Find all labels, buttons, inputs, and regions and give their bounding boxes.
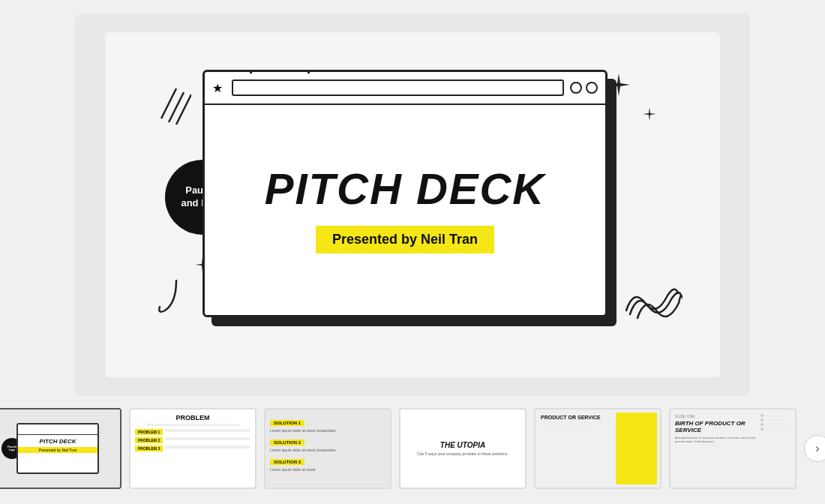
browser-body: PITCH DECK Presented by Neil Tran — [205, 105, 605, 315]
thumb-5-right — [616, 412, 657, 484]
thumbnail-1[interactable]: PaucekLage PITCH DECK Presented by Neil … — [0, 408, 122, 489]
thumb-6-dot-1 — [760, 414, 764, 417]
thumb-1-browser: PITCH DECK Presented by Neil Tran — [16, 423, 99, 474]
thumbnail-strip: PaucekLage PITCH DECK Presented by Neil … — [0, 408, 825, 489]
thumb-2-badge-3: PROBLEM 3 — [135, 446, 163, 452]
thumb-5-line-1 — [541, 422, 610, 424]
thumb-1-title: PITCH DECK — [18, 438, 98, 445]
browser-doodle-container: Paucek and Lage ★ P — [202, 70, 622, 340]
thumb-2-line-1 — [165, 429, 250, 432]
thumb-6-label: SLIDE ONE — [675, 414, 758, 418]
browser-topbar: ★ — [205, 72, 605, 105]
thumb-2-line-3 — [165, 446, 250, 448]
thumb-6-dot-row-3 — [760, 423, 790, 426]
svg-marker-4 — [643, 107, 656, 121]
thumb-2-badge-2: PROBLEM 2 — [135, 437, 163, 443]
thumb-2-line-2 — [165, 437, 250, 440]
browser-tab — [250, 70, 310, 74]
deco-sparkle-small-right — [643, 107, 656, 124]
deco-hook — [154, 273, 199, 321]
address-bar — [232, 80, 564, 96]
browser-frame: ★ PITCH DECK Presented by Neil Tran — [202, 70, 608, 317]
next-button[interactable]: › — [804, 435, 825, 462]
thumbnail-2[interactable]: PROBLEM PROBLEM 1 PROBLEM 2 PROBLEM 3 — [129, 408, 256, 489]
thumb-5-inner: PRODUCT OR SERVICE — [536, 410, 660, 488]
thumb-2-row-3: PROBLEM 3 — [135, 446, 250, 452]
browser-circles — [570, 82, 598, 94]
slide-content: Paucek and Lage ★ P — [105, 32, 720, 377]
thumb-6-text: A simple timeline on how your product or… — [675, 436, 758, 443]
thumbnail-6[interactable]: SLIDE ONE BIRTH OF PRODUCT OR SERVICE A … — [669, 408, 796, 489]
thumb-6-left: SLIDE ONE BIRTH OF PRODUCT OR SERVICE A … — [675, 414, 758, 483]
svg-line-0 — [161, 88, 176, 118]
thumb-3-text-3: Lorem ipsum dolor sit amet — [270, 467, 386, 472]
thumb-4-title: THE UTOPIA — [440, 441, 485, 449]
thumb-3-text-1: Lorem ipsum dolor sit amet consectetur — [270, 428, 386, 434]
thumb-3-inner: SOLUTION 1 Lorem ipsum dolor sit amet co… — [266, 410, 390, 488]
svg-line-1 — [169, 92, 184, 122]
thumb-5-left: PRODUCT OR SERVICE — [538, 412, 613, 484]
thumbnail-4[interactable]: THE UTOPIA Can 5 ways your company provi… — [399, 408, 526, 489]
subtitle-badge: Presented by Neil Tran — [316, 226, 494, 254]
thumb-3-text-2: Lorem ipsum dolor sit amet consectetur — [270, 448, 386, 453]
thumb-1-browser-top — [18, 424, 98, 435]
deco-curl — [622, 284, 682, 325]
thumb-2-row-1: PROBLEM 1 — [135, 429, 250, 435]
thumb-6-dot-line-1 — [765, 415, 790, 416]
thumb-6-dot-line-2 — [765, 419, 790, 421]
thumb-5-title: PRODUCT OR SERVICE — [541, 415, 610, 420]
thumb-2-row-2: PROBLEM 2 — [135, 437, 250, 443]
circle-1 — [570, 82, 582, 94]
thumb-6-dot-2 — [760, 418, 764, 422]
thumb-3-badge-2: SOLUTION 2 — [270, 440, 304, 446]
deco-lines-left — [154, 81, 191, 129]
thumb-4-sub: Can 5 ways your company provides to thos… — [417, 452, 508, 456]
thumb-6-dot-line-4 — [765, 428, 790, 430]
main-title: PITCH DECK — [265, 167, 545, 211]
thumb-6-dot-3 — [760, 423, 764, 426]
thumbnail-3[interactable]: SOLUTION 1 Lorem ipsum dolor sit amet co… — [264, 408, 392, 489]
thumb-2-inner: PROBLEM PROBLEM 1 PROBLEM 2 PROBLEM 3 — [130, 410, 255, 488]
star-icon: ★ — [212, 81, 223, 95]
thumb-6-dot-4 — [760, 428, 764, 430]
thumb-2-title: PROBLEM — [135, 414, 250, 422]
thumb-6-inner: SLIDE ONE BIRTH OF PRODUCT OR SERVICE A … — [670, 410, 795, 488]
main-preview: Paucek and Lage ★ P — [75, 14, 750, 396]
thumbnail-5[interactable]: PRODUCT OR SERVICE — [534, 408, 662, 489]
thumb-6-dot-row-2 — [760, 418, 790, 422]
thumb-2-badge-1: PROBLEM 1 — [135, 429, 163, 435]
thumb-1-sub: Presented by Neil Tran — [18, 447, 98, 453]
svg-line-2 — [176, 94, 191, 124]
thumb-6-dot-line-3 — [765, 424, 790, 425]
circle-2 — [586, 82, 598, 94]
thumb-6-right — [760, 414, 790, 483]
thumb-6-dot-row-4 — [760, 428, 790, 430]
thumb-3-badge-3: SOLUTION 3 — [270, 459, 304, 465]
thumb-1-inner: PaucekLage PITCH DECK Presented by Neil … — [0, 410, 120, 488]
next-icon: › — [815, 442, 819, 455]
thumb-5-line-2 — [541, 426, 596, 428]
thumb-3-badge-1: SOLUTION 1 — [270, 420, 304, 426]
thumb-4-inner: THE UTOPIA Can 5 ways your company provi… — [400, 410, 525, 488]
thumb-5-line-3 — [541, 430, 583, 432]
thumb-6-dot-row-1 — [760, 414, 790, 417]
thumb-6-title: BIRTH OF PRODUCT OR SERVICE — [675, 420, 758, 434]
